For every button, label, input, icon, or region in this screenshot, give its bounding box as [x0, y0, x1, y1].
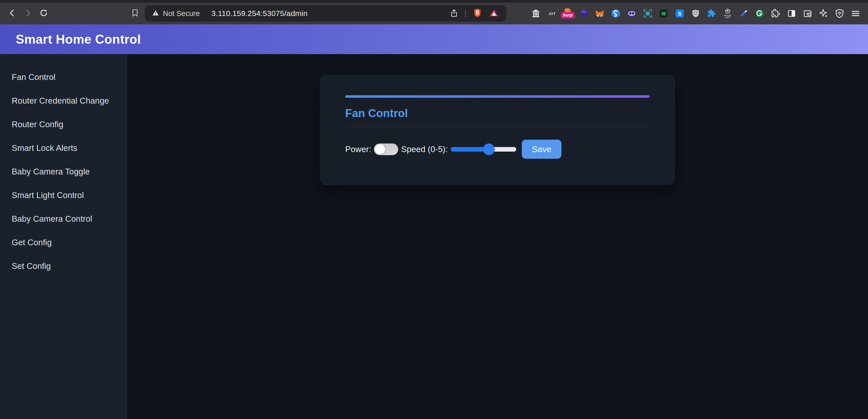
warning-triangle-icon — [152, 9, 159, 18]
speed-label: Speed (0-5): — [401, 145, 448, 154]
grammarly-extension-icon[interactable] — [754, 8, 765, 19]
sidebar-item-label: Router Credential Change — [12, 96, 109, 106]
sidebar-item[interactable]: Fan Control — [0, 65, 126, 89]
svg-text:1: 1 — [631, 12, 632, 16]
sidebar-item-label: Baby Camera Control — [12, 214, 92, 224]
power-toggle[interactable] — [374, 144, 398, 155]
sidebar-item[interactable]: Router Credential Change — [0, 89, 126, 113]
eye-one-extension-icon[interactable]: 1 — [626, 8, 637, 19]
blue-s-extension-icon[interactable]: S — [674, 8, 685, 19]
leo-ai-icon[interactable] — [818, 8, 829, 19]
app-header: Smart Home Control — [0, 24, 868, 54]
toggle-knob — [375, 144, 385, 154]
sidebar-item[interactable]: Smart Light Control — [0, 183, 126, 207]
bat-rewards-icon[interactable] — [489, 8, 499, 19]
wayback-machine-extension-icon[interactable] — [530, 8, 541, 19]
fan-controls-row: Power: Speed (0-5): Save — [345, 140, 650, 159]
reload-button[interactable] — [38, 8, 49, 19]
svg-text:W: W — [661, 11, 666, 16]
blue-puzzle-extension-icon[interactable] — [706, 8, 717, 19]
card-title: Fan Control — [345, 107, 650, 120]
sidebar-item-label: Fan Control — [12, 72, 55, 82]
menu-icon[interactable] — [850, 8, 861, 19]
dotgit-extension-icon[interactable]: .GIT — [547, 8, 557, 19]
burp-suite-extension-icon[interactable]: burp — [562, 8, 573, 19]
sidebar-item[interactable]: Set Config — [0, 254, 126, 278]
screen-capture-extension-icon[interactable] — [642, 8, 653, 19]
url-text[interactable]: 3.110.159.254:53075/admin — [211, 9, 308, 18]
forward-button[interactable] — [22, 8, 33, 19]
card-divider — [345, 126, 650, 127]
main-area: Fan Control Power: Speed (0-5): Save — [127, 54, 868, 419]
slider-thumb[interactable] — [483, 144, 495, 155]
vpn-shield-icon[interactable] — [834, 8, 845, 19]
save-button[interactable]: Save — [522, 140, 561, 159]
bookmark-icon — [130, 8, 140, 19]
sidebar-item-label: Smart Lock Alerts — [12, 143, 78, 153]
fan-control-card: Fan Control Power: Speed (0-5): Save — [320, 74, 675, 185]
extensions-row: .GIT burp 1 W S PROVENLAPIS — [530, 8, 861, 19]
sidebar-item[interactable]: Get Config — [0, 231, 126, 254]
window-top-edge — [0, 0, 868, 3]
power-label: Power: — [345, 145, 371, 154]
gray-shield-extension-icon[interactable] — [690, 8, 701, 19]
forward-icon — [23, 8, 33, 19]
wallet-icon[interactable] — [802, 8, 813, 19]
bookmark-button[interactable] — [129, 8, 141, 19]
sidebar-item[interactable]: Baby Camera Toggle — [0, 160, 126, 183]
sidebar-item-label: Router Config — [12, 120, 63, 129]
shazam-extension-icon[interactable] — [610, 8, 621, 19]
back-button[interactable] — [7, 8, 18, 19]
purple-gem-extension-icon[interactable] — [579, 8, 589, 19]
sidebar-item-label: Baby Camera Toggle — [12, 167, 90, 177]
brave-shield-icon[interactable] — [472, 8, 483, 19]
page-title: Smart Home Control — [16, 32, 141, 47]
proven-lapis-extension-icon[interactable]: PROVENLAPIS — [722, 8, 733, 19]
green-w-extension-icon[interactable]: W — [658, 8, 669, 19]
sidebar-item-label: Smart Light Control — [12, 190, 84, 200]
sidebar-item[interactable]: Baby Camera Control — [0, 207, 126, 231]
not-secure-label: Not Secure — [163, 9, 200, 18]
urlbar-separator — [465, 9, 466, 18]
back-icon — [7, 8, 17, 19]
reload-icon — [38, 8, 49, 19]
svg-text:S: S — [678, 11, 681, 17]
sidebar-item-label: Get Config — [12, 238, 52, 247]
browser-toolbar: Not Secure 3.110.159.254:53075/admin .GI… — [0, 3, 868, 24]
sidebar-item[interactable]: Smart Lock Alerts — [0, 136, 126, 160]
card-accent-bar — [345, 95, 650, 98]
speed-slider[interactable] — [451, 144, 516, 155]
color-picker-extension-icon[interactable] — [738, 8, 749, 19]
metamask-extension-icon[interactable] — [594, 8, 605, 19]
address-bar[interactable]: Not Secure 3.110.159.254:53075/admin — [145, 5, 506, 22]
extensions-menu-icon[interactable] — [770, 8, 781, 19]
sidebar-toggle-icon[interactable] — [786, 8, 797, 19]
sidebar-item[interactable]: Router Config — [0, 113, 126, 136]
sidebar-nav: Fan Control Router Credential Change Rou… — [0, 54, 127, 419]
sidebar-item-label: Set Config — [12, 261, 51, 271]
share-icon[interactable] — [450, 8, 459, 19]
